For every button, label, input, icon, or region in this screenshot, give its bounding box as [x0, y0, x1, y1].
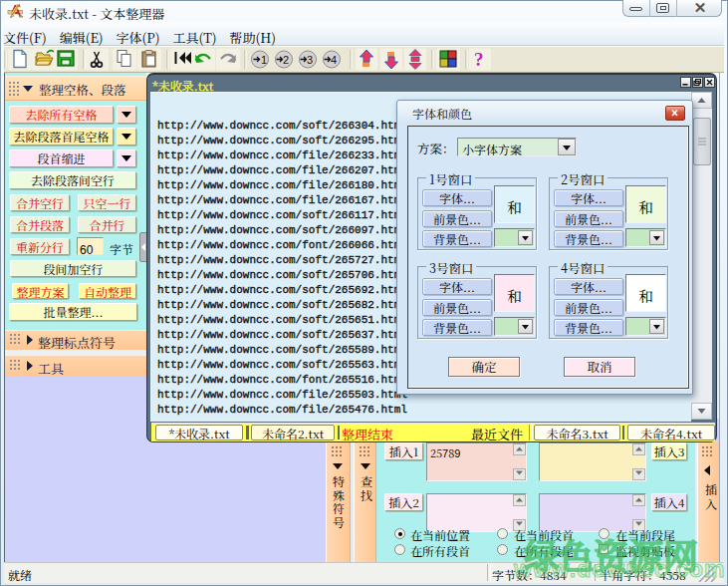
svg-text:1: 1 — [261, 54, 267, 66]
svg-text:3: 3 — [307, 54, 313, 66]
svg-text:4: 4 — [331, 54, 337, 66]
svg-text:?: ? — [474, 49, 484, 70]
svg-text:2: 2 — [283, 54, 289, 66]
